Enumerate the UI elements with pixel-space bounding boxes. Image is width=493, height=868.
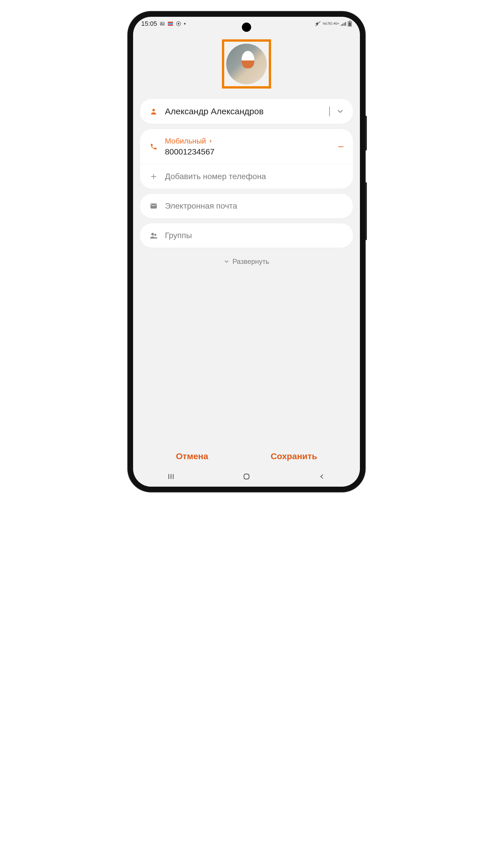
groups-card: Группы (140, 223, 353, 248)
phone-number[interactable]: 80001234567 (165, 147, 331, 156)
avatar-highlight (222, 39, 271, 89)
status-left: 15:05 • (141, 20, 186, 27)
phone-body: Мобильный 80001234567 (165, 136, 331, 156)
email-row[interactable]: Электронная почта (140, 194, 353, 218)
add-phone-row[interactable]: Добавить номер телефона (140, 164, 353, 189)
name-row[interactable] (140, 99, 353, 124)
save-button[interactable]: Сохранить (271, 451, 317, 461)
svg-point-20 (154, 234, 156, 236)
svg-point-19 (151, 233, 154, 236)
more-dot: • (184, 20, 186, 27)
remove-phone-button[interactable] (337, 143, 344, 150)
groups-label: Группы (165, 231, 192, 240)
battery-icon (348, 21, 352, 27)
navigation-bar (133, 466, 360, 487)
side-button (365, 182, 367, 240)
cancel-button[interactable]: Отмена (176, 451, 208, 461)
mute-icon (315, 21, 321, 27)
group-icon (149, 232, 158, 240)
signal-icon (341, 22, 346, 26)
form-cards: Мобильный 80001234567 Доб (133, 99, 360, 248)
chrome-icon (176, 21, 181, 27)
person-icon (149, 108, 158, 115)
contact-avatar[interactable] (226, 44, 267, 84)
nav-recents-button[interactable] (165, 471, 177, 482)
content-area: Мобильный 80001234567 Доб (133, 31, 360, 487)
phone-row[interactable]: Мобильный 80001234567 (140, 129, 353, 164)
svg-rect-4 (168, 25, 173, 26)
svg-rect-3 (168, 23, 173, 24)
email-icon (149, 202, 158, 210)
screen: 15:05 • VoLTE1 4G+ (133, 17, 360, 487)
email-card: Электронная почта (140, 194, 353, 218)
svg-rect-11 (345, 22, 346, 26)
spacer (133, 276, 360, 444)
svg-rect-9 (342, 24, 343, 26)
expand-name-button[interactable] (336, 107, 344, 115)
network-label: VoLTE1 4G+ (323, 22, 339, 25)
bottom-actions: Отмена Сохранить (133, 444, 360, 466)
chevron-right-icon (208, 139, 213, 144)
side-button (365, 116, 367, 150)
svg-point-6 (178, 23, 179, 25)
plus-icon (149, 173, 158, 180)
phone-icon (149, 143, 158, 150)
nav-home-button[interactable] (241, 471, 252, 482)
expand-label: Развернуть (232, 258, 269, 266)
app-icon (168, 21, 173, 27)
nav-back-button[interactable] (316, 471, 328, 482)
svg-rect-2 (168, 22, 173, 23)
phone-card: Мобильный 80001234567 Доб (140, 129, 353, 189)
status-right: VoLTE1 4G+ (315, 21, 352, 27)
phone-frame: 15:05 • VoLTE1 4G+ (128, 12, 365, 492)
svg-rect-10 (344, 23, 345, 26)
expand-button[interactable]: Развернуть (133, 248, 360, 276)
svg-rect-24 (244, 474, 249, 479)
svg-rect-14 (349, 22, 351, 26)
avatar-section (133, 31, 360, 99)
phone-type-selector[interactable]: Мобильный (165, 136, 331, 146)
clock: 15:05 (141, 20, 157, 27)
phone-type-label: Мобильный (165, 136, 206, 146)
camera-notch (242, 23, 251, 32)
svg-rect-8 (341, 25, 342, 26)
name-input[interactable] (165, 107, 330, 116)
name-card (140, 99, 353, 124)
email-placeholder: Электронная почта (165, 201, 237, 211)
add-phone-label: Добавить номер телефона (165, 172, 266, 181)
chevron-down-icon (223, 259, 230, 264)
image-icon (159, 21, 165, 27)
groups-row[interactable]: Группы (140, 223, 353, 248)
svg-point-15 (152, 109, 155, 111)
